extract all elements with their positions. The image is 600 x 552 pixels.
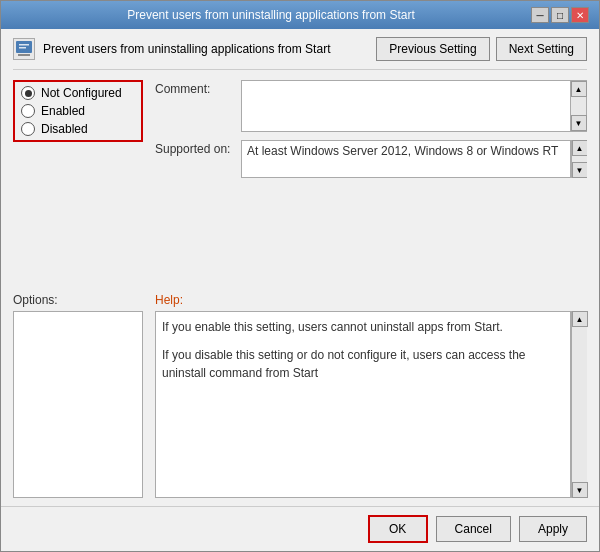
policy-icon — [13, 38, 35, 60]
radio-not-configured-label: Not Configured — [41, 86, 122, 100]
policy-title: Prevent users from uninstalling applicat… — [43, 42, 330, 56]
radio-not-configured-input[interactable] — [21, 86, 35, 100]
help-text-1: If you enable this setting, users cannot… — [162, 318, 564, 336]
options-content — [13, 311, 143, 498]
svg-rect-1 — [18, 54, 30, 56]
help-content: If you enable this setting, users cannot… — [155, 311, 571, 498]
comment-scroll-thumb[interactable] — [571, 97, 586, 115]
options-label: Options: — [13, 293, 143, 307]
window-title: Prevent users from uninstalling applicat… — [11, 8, 531, 22]
supported-scroll-down[interactable]: ▼ — [572, 162, 588, 178]
main-window: Prevent users from uninstalling applicat… — [0, 0, 600, 552]
radio-not-configured[interactable]: Not Configured — [21, 86, 135, 100]
radio-enabled-input[interactable] — [21, 104, 35, 118]
radio-disabled-input[interactable] — [21, 122, 35, 136]
comment-label: Comment: — [155, 82, 235, 96]
left-panel: Not Configured Enabled Disabled — [13, 80, 143, 285]
comment-scroll-up[interactable]: ▲ — [571, 81, 587, 97]
comment-scrollbar[interactable]: ▲ ▼ — [570, 81, 586, 131]
minimize-button[interactable]: ─ — [531, 7, 549, 23]
radio-enabled[interactable]: Enabled — [21, 104, 135, 118]
radio-disabled-label: Disabled — [41, 122, 88, 136]
supported-scrollbar[interactable]: ▲ ▼ — [571, 140, 587, 178]
ok-button[interactable]: OK — [368, 515, 428, 543]
help-scroll-up[interactable]: ▲ — [572, 311, 588, 327]
svg-rect-2 — [19, 44, 29, 46]
main-body: Not Configured Enabled Disabled Comm — [13, 80, 587, 285]
help-label: Help: — [155, 293, 587, 307]
close-button[interactable]: ✕ — [571, 7, 589, 23]
radio-group: Not Configured Enabled Disabled — [13, 80, 143, 142]
content-area: Prevent users from uninstalling applicat… — [1, 29, 599, 506]
comment-scroll-down[interactable]: ▼ — [571, 115, 587, 131]
cancel-button[interactable]: Cancel — [436, 516, 511, 542]
help-text-2: If you disable this setting or do not co… — [162, 346, 564, 382]
help-scroll-thumb[interactable] — [572, 327, 587, 482]
window-controls: ─ □ ✕ — [531, 7, 589, 23]
bottom-section: Options: Help: If you enable this settin… — [13, 293, 587, 498]
options-section: Options: — [13, 293, 143, 498]
maximize-button[interactable]: □ — [551, 7, 569, 23]
comment-input[interactable] — [242, 81, 570, 131]
radio-disabled[interactable]: Disabled — [21, 122, 135, 136]
right-panel: Comment: ▲ ▼ Supported on: At least — [155, 80, 587, 285]
comment-area: ▲ ▼ — [241, 80, 587, 132]
help-section: Help: If you enable this setting, users … — [155, 293, 587, 498]
next-setting-button[interactable]: Next Setting — [496, 37, 587, 61]
help-scrollbar[interactable]: ▲ ▼ — [571, 311, 587, 498]
supported-label: Supported on: — [155, 142, 235, 156]
supported-row: Supported on: At least Windows Server 20… — [155, 140, 587, 178]
footer: OK Cancel Apply — [1, 506, 599, 551]
comment-row: Comment: ▲ ▼ — [155, 80, 587, 132]
nav-buttons: Previous Setting Next Setting — [376, 37, 587, 61]
header-section: Prevent users from uninstalling applicat… — [13, 37, 587, 70]
prev-setting-button[interactable]: Previous Setting — [376, 37, 489, 61]
supported-value: At least Windows Server 2012, Windows 8 … — [241, 140, 571, 178]
title-bar: Prevent users from uninstalling applicat… — [1, 1, 599, 29]
apply-button[interactable]: Apply — [519, 516, 587, 542]
supported-scroll-up[interactable]: ▲ — [572, 140, 588, 156]
svg-rect-3 — [19, 47, 26, 49]
radio-enabled-label: Enabled — [41, 104, 85, 118]
help-scroll-down[interactable]: ▼ — [572, 482, 588, 498]
header-title: Prevent users from uninstalling applicat… — [13, 38, 376, 60]
